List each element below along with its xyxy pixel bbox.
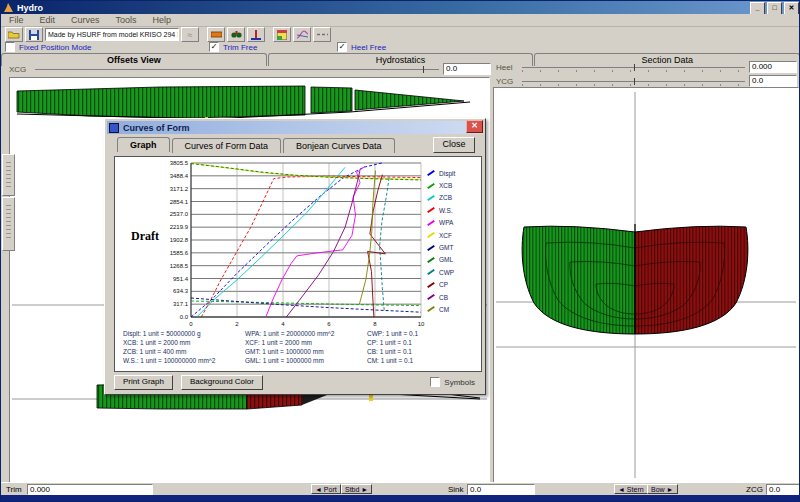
footnote-line: WPA: 1 unit = 20000000 mm^2 [245, 329, 367, 338]
model-info-field[interactable]: Made by HSURF from model KRISO 294 30-Au… [45, 28, 179, 41]
x-tick-label: 2 [235, 321, 239, 327]
xcg-slider[interactable] [35, 69, 439, 70]
stern-button[interactable]: ◄ Stern [614, 484, 648, 494]
x-tick-label: 10 [418, 321, 425, 327]
series-CB [286, 171, 360, 318]
legend-item: CWP [427, 266, 479, 278]
dashes-icon [317, 33, 328, 36]
menu-edit[interactable]: Edit [32, 15, 64, 25]
fixed-position-checkbox[interactable] [5, 42, 15, 52]
sink-label: Sink [448, 484, 464, 495]
ycg-label: YCG [496, 77, 518, 86]
curves-of-form-button[interactable] [293, 27, 311, 42]
legend-item: XCB [427, 179, 479, 191]
legend-label: GML [439, 256, 453, 263]
legend-item: CP [427, 279, 479, 291]
heel-slider-ticks [522, 70, 747, 72]
legend-item: GMT [427, 241, 479, 253]
search-tool-button[interactable] [227, 27, 245, 42]
sink-value-field[interactable]: 0.0 [467, 484, 535, 495]
footnote-column-2: WPA: 1 unit = 20000000 mm^2XCF: 1 unit =… [245, 329, 367, 365]
legend-label: CP [439, 281, 448, 288]
footnote-line: XCF: 1 unit = 2000 mm [245, 338, 367, 347]
dialog-icon [109, 123, 119, 133]
draft-mark-tool-button[interactable] [247, 27, 265, 42]
ycg-slider-row: YCG 0.0 [496, 75, 797, 87]
toolbar: Made by HSURF from model KRISO 294 30-Au… [1, 27, 800, 42]
legend-marker [427, 220, 435, 226]
menu-tools[interactable]: Tools [108, 15, 145, 25]
dialog-close-x-button[interactable]: ✕ [466, 120, 483, 133]
y-tick-label: 3805.5 [170, 160, 189, 166]
bow-button[interactable]: Bow ► [647, 484, 678, 494]
y-tick-label: 0.0 [180, 314, 189, 320]
x-tick-label: 0 [189, 321, 193, 327]
unit-footnotes: Displt: 1 unit = 50000000 gXCB: 1 unit =… [115, 329, 481, 365]
legend-item: ZCB [427, 192, 479, 204]
xcg-label: XCG [9, 65, 31, 74]
x-tick-label: 6 [327, 321, 331, 327]
symbols-checkbox[interactable] [430, 377, 440, 387]
legend-item: CM [427, 303, 479, 315]
legend-label: WPA [439, 219, 453, 226]
ycg-value-field[interactable]: 0.0 [749, 75, 797, 87]
taskbar-strip [1, 495, 800, 502]
port-button[interactable]: ◄ Port [311, 484, 341, 494]
save-button[interactable] [25, 27, 43, 42]
ycg-slider[interactable] [522, 81, 745, 82]
heel-free-checkbox[interactable]: ✓ [337, 42, 347, 52]
menu-help[interactable]: Help [145, 15, 180, 25]
folder-icon [8, 30, 20, 39]
table-icon [277, 30, 287, 40]
dialog-buttons: Print Graph Background Color [114, 375, 263, 390]
dialog-tab-curves-data[interactable]: Curves of Form Data [172, 138, 282, 153]
dialog-title-bar[interactable]: Curves of Form [107, 121, 483, 134]
open-file-button[interactable] [5, 27, 23, 42]
print-graph-button[interactable]: Print Graph [114, 375, 173, 390]
y-tick-label: 634.3 [173, 288, 189, 294]
trim-free-checkbox[interactable]: ✓ [209, 42, 219, 52]
trim-value-field[interactable]: 0.000 [27, 484, 153, 495]
y-axis-title: Draft [131, 229, 159, 244]
legend-marker [427, 170, 435, 176]
bodyplan-view-canvas [494, 88, 798, 483]
x-tick-label: 4 [281, 321, 285, 327]
series-W.S. [201, 176, 421, 317]
menu-curves[interactable]: Curves [63, 15, 108, 25]
xcg-slider-thumb[interactable] [423, 66, 424, 73]
menu-file[interactable]: File [1, 15, 32, 25]
legend-item: CB [427, 291, 479, 303]
dialog-close-button[interactable]: Close [433, 137, 475, 153]
legend-label: GMT [439, 244, 453, 251]
legend-label: ZCB [439, 194, 452, 201]
footnote-line: W.S.: 1 unit = 100000000 mm^2 [123, 356, 245, 365]
zcg-label: ZCG [746, 484, 763, 495]
stbd-button[interactable]: Stbd ► [341, 484, 372, 494]
ycg-slider-ticks [522, 84, 747, 86]
legend-label: W.S. [439, 207, 453, 214]
dialog-tab-graph[interactable]: Graph [117, 137, 170, 152]
weight-tool-button[interactable] [207, 27, 225, 42]
heel-value-field[interactable]: 0.000 [749, 61, 797, 73]
plan-view-vertical-button[interactable] [2, 197, 15, 251]
series-CM [359, 171, 375, 305]
title-bar: Hydro _ □ ✕ [1, 1, 800, 14]
legend-label: CM [439, 306, 449, 313]
zcg-value-field[interactable]: 0.0 [766, 484, 800, 495]
profile-view-vertical-button[interactable] [2, 154, 15, 196]
xcg-value-field[interactable]: 0.0 [443, 63, 491, 75]
chart-legend: DispltXCBZCBW.S.WPAXCFGMTGMLCWPCPCBCM [427, 167, 479, 316]
hydrostatics-table-button[interactable] [273, 27, 291, 42]
floppy-icon [29, 30, 39, 40]
hydro-main-window: Hydro _ □ ✕ File Edit Curves Tools Help … [0, 0, 800, 502]
bodyplan-viewport[interactable] [493, 87, 799, 484]
dialog-tab-bonjean-data[interactable]: Bonjean Curves Data [283, 138, 395, 153]
series-WPA [266, 167, 365, 318]
background-color-button[interactable]: Background Color [181, 375, 263, 390]
y-tick-label: 317.1 [173, 301, 189, 307]
heel-free-label: Heel Free [351, 43, 386, 52]
status-bar: Trim 0.000 ◄ Port Stbd ► Sink 0.0 ◄ Ster… [1, 482, 800, 496]
symbols-label: Symbols [444, 378, 475, 387]
dashed-line-tool-button[interactable] [313, 27, 331, 42]
heel-slider[interactable] [522, 67, 745, 68]
